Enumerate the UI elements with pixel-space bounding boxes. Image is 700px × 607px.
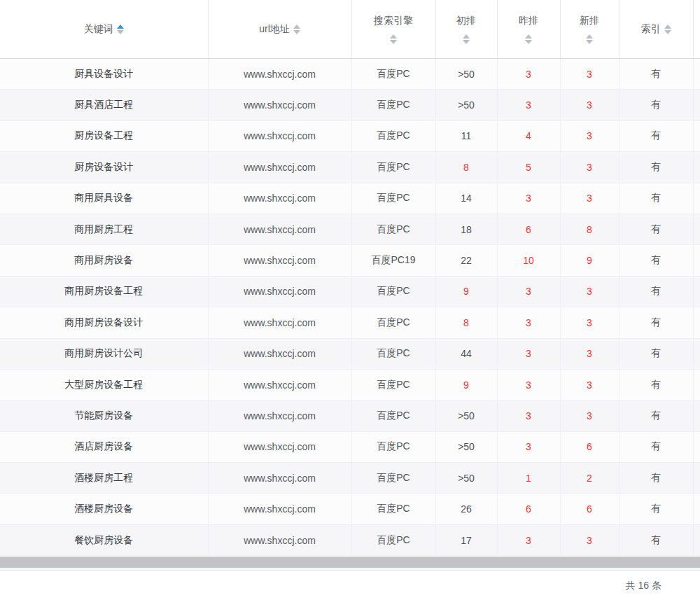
horizontal-scrollbar[interactable]: [0, 557, 700, 568]
cell-index-status: 有: [619, 524, 693, 555]
cell-new-rank: 3: [560, 90, 619, 120]
cell-keyword: 厨房设备工程: [0, 120, 208, 151]
cell-yesterday-rank: 3: [497, 369, 560, 400]
cell-yesterday-rank: 3: [497, 276, 560, 307]
table-row: 酒店厨房设备 www.shxccj.com 百度PC >50 3 6 有: [0, 431, 700, 462]
column-header-overflow: [693, 0, 700, 59]
cell-search-engine: 百度PC: [351, 463, 435, 494]
cell-initial-rank: 22: [435, 245, 497, 276]
column-header-keyword[interactable]: 关键词: [0, 0, 208, 59]
column-header-yesterday-rank[interactable]: 昨排: [497, 0, 560, 59]
cell-keyword: 商用厨房设备设计: [0, 307, 208, 338]
column-header-yesterday-rank-label: 昨排: [519, 15, 538, 27]
cell-url: www.shxccj.com: [208, 214, 351, 244]
cell-index-status: 有: [619, 307, 693, 338]
cell-keyword: 商用厨房设计公司: [0, 338, 208, 369]
row-overflow-cell: [693, 463, 700, 494]
cell-new-rank: 3: [560, 152, 619, 183]
cell-search-engine: 百度PC19: [351, 245, 435, 276]
cell-search-engine: 百度PC: [351, 400, 435, 431]
table-row: 厨具设备设计 www.shxccj.com 百度PC >50 3 3 有: [0, 59, 700, 90]
column-header-index[interactable]: 索引: [619, 0, 693, 59]
cell-new-rank: 9: [560, 245, 619, 276]
keyword-rank-page: 关键词 url地址 搜索引擎: [0, 0, 700, 607]
table-body: 厨具设备设计 www.shxccj.com 百度PC >50 3 3 有 厨具酒…: [0, 59, 700, 556]
sort-caret-icon: [293, 25, 300, 34]
cell-yesterday-rank: 4: [497, 120, 560, 151]
cell-keyword: 餐饮厨房设备: [0, 524, 208, 555]
cell-url: www.shxccj.com: [208, 307, 351, 338]
cell-url: www.shxccj.com: [208, 463, 351, 494]
cell-yesterday-rank: 10: [497, 245, 560, 276]
sort-caret-icon: [463, 34, 470, 44]
table-row: 酒楼厨房设备 www.shxccj.com 百度PC 26 6 6 有: [0, 494, 700, 524]
sort-caret-icon: [586, 34, 593, 44]
cell-initial-rank: 8: [435, 152, 497, 183]
column-header-new-rank[interactable]: 新排: [560, 0, 619, 59]
cell-search-engine: 百度PC: [351, 494, 435, 524]
column-header-index-label: 索引: [641, 23, 661, 36]
row-overflow-cell: [693, 307, 700, 338]
cell-new-rank: 8: [560, 214, 619, 244]
cell-url: www.shxccj.com: [208, 369, 351, 400]
cell-initial-rank: 18: [435, 214, 497, 244]
total-count: 共 16 条: [626, 580, 662, 591]
cell-url: www.shxccj.com: [208, 90, 351, 120]
cell-url: www.shxccj.com: [208, 59, 351, 90]
row-overflow-cell: [693, 120, 700, 151]
column-header-initial-rank-label: 初排: [456, 15, 476, 27]
cell-url: www.shxccj.com: [208, 524, 351, 555]
cell-keyword: 商用厨具设备: [0, 183, 208, 214]
cell-keyword: 商用厨房工程: [0, 214, 208, 244]
cell-index-status: 有: [619, 276, 693, 307]
column-header-keyword-label: 关键词: [84, 23, 113, 36]
cell-url: www.shxccj.com: [208, 276, 351, 307]
cell-keyword: 商用厨房设备: [0, 245, 208, 276]
cell-initial-rank: 9: [435, 369, 497, 400]
cell-url: www.shxccj.com: [208, 183, 351, 214]
table-row: 大型厨房设备工程 www.shxccj.com 百度PC 9 3 3 有: [0, 369, 700, 400]
cell-search-engine: 百度PC: [351, 524, 435, 555]
row-overflow-cell: [693, 524, 700, 555]
cell-yesterday-rank: 6: [497, 214, 560, 244]
row-overflow-cell: [693, 276, 700, 307]
cell-index-status: 有: [619, 120, 693, 151]
table-row: 节能厨房设备 www.shxccj.com 百度PC >50 3 3 有: [0, 400, 700, 431]
cell-new-rank: 3: [560, 400, 619, 431]
cell-new-rank: 3: [560, 120, 619, 151]
cell-search-engine: 百度PC: [351, 369, 435, 400]
column-header-engine-label: 搜索引擎: [374, 15, 413, 27]
cell-yesterday-rank: 3: [497, 431, 560, 462]
table-row: 餐饮厨房设备 www.shxccj.com 百度PC 17 3 3 有: [0, 524, 700, 555]
cell-search-engine: 百度PC: [351, 276, 435, 307]
cell-index-status: 有: [619, 152, 693, 183]
cell-keyword: 厨具酒店工程: [0, 90, 208, 120]
column-header-engine[interactable]: 搜索引擎: [351, 0, 435, 59]
cell-url: www.shxccj.com: [208, 120, 351, 151]
cell-search-engine: 百度PC: [351, 59, 435, 90]
cell-new-rank: 6: [560, 494, 619, 524]
cell-index-status: 有: [619, 183, 693, 214]
cell-index-status: 有: [619, 400, 693, 431]
table-row: 厨房设备设计 www.shxccj.com 百度PC 8 5 3 有: [0, 152, 700, 183]
table-footer: 共 16 条: [0, 571, 700, 592]
cell-new-rank: 3: [560, 524, 619, 555]
cell-index-status: 有: [619, 59, 693, 90]
cell-index-status: 有: [619, 494, 693, 524]
column-header-initial-rank[interactable]: 初排: [435, 0, 497, 59]
cell-keyword: 厨具设备设计: [0, 59, 208, 90]
cell-search-engine: 百度PC: [351, 152, 435, 183]
cell-yesterday-rank: 3: [497, 307, 560, 338]
column-header-url[interactable]: url地址: [208, 0, 351, 59]
cell-search-engine: 百度PC: [351, 214, 435, 244]
cell-url: www.shxccj.com: [208, 152, 351, 183]
cell-index-status: 有: [619, 431, 693, 462]
cell-yesterday-rank: 3: [497, 59, 560, 90]
column-header-new-rank-label: 新排: [580, 15, 599, 27]
cell-url: www.shxccj.com: [208, 245, 351, 276]
cell-search-engine: 百度PC: [351, 183, 435, 214]
cell-url: www.shxccj.com: [208, 338, 351, 369]
table-row: 商用厨房设计公司 www.shxccj.com 百度PC 44 3 3 有: [0, 338, 700, 369]
row-overflow-cell: [693, 183, 700, 214]
cell-new-rank: 2: [560, 463, 619, 494]
